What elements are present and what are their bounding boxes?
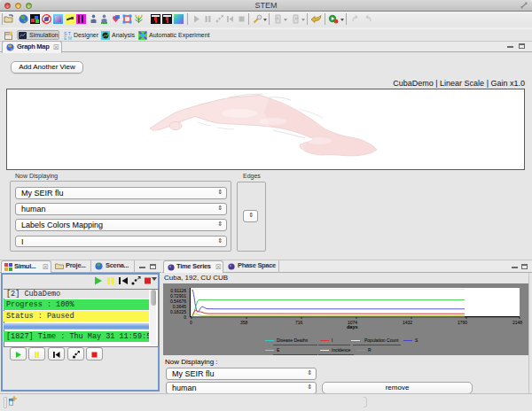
svg-text:E M: E M (64, 35, 72, 41)
